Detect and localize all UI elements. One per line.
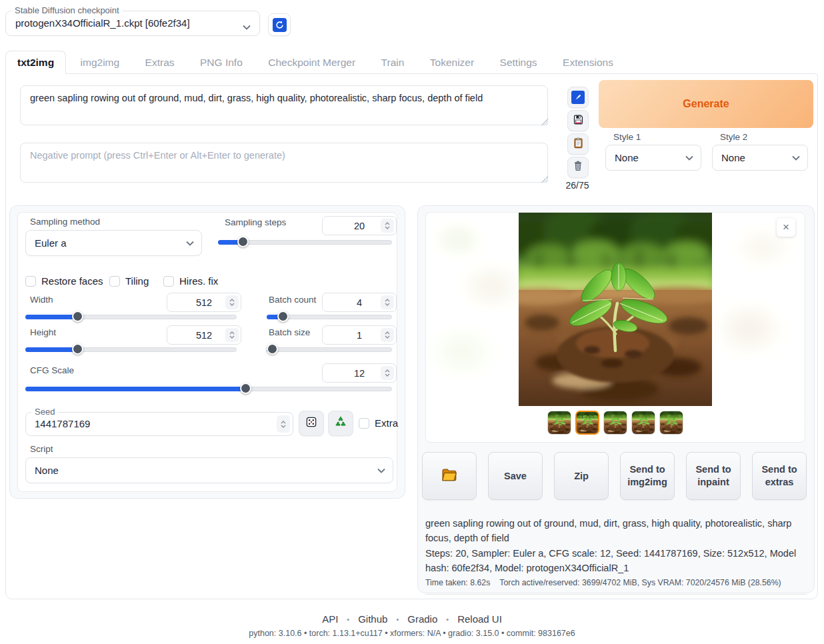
apply-style-button[interactable] — [567, 133, 589, 155]
sampling-steps-slider[interactable] — [218, 236, 392, 247]
sampling-steps-input[interactable]: 20 — [322, 216, 397, 235]
batch-size-label: Batch size — [269, 327, 310, 337]
random-seed-button[interactable] — [299, 411, 324, 436]
bullet-separator: • — [396, 615, 399, 623]
width-value: 512 — [196, 297, 212, 308]
cfg-scale-input[interactable]: 12 — [322, 363, 397, 383]
gallery-prev-image[interactable] — [426, 213, 518, 406]
sampling-method-label: Sampling method — [30, 217, 100, 227]
tiling-checkbox[interactable]: Tiling — [109, 275, 149, 287]
folder-icon — [441, 467, 458, 485]
checkbox-icon[interactable] — [25, 276, 36, 287]
zip-button[interactable]: Zip — [554, 452, 609, 500]
footer-link-reload-ui[interactable]: Reload UI — [457, 613, 502, 625]
batch-size-input[interactable]: 1 — [322, 325, 397, 345]
refresh-checkpoint-button[interactable] — [268, 13, 291, 36]
bullet-separator: • — [446, 615, 449, 623]
open-folder-button[interactable] — [422, 452, 477, 500]
cfg-scale-value: 12 — [354, 368, 365, 379]
save-button[interactable]: Save — [488, 452, 543, 500]
tab-checkpoint-merger[interactable]: Checkpoint Merger — [257, 51, 367, 74]
gallery-thumbnail-2-selected[interactable] — [575, 411, 599, 435]
resize-handle-icon[interactable] — [541, 176, 548, 183]
height-value: 512 — [196, 330, 212, 341]
close-icon: × — [783, 221, 789, 234]
style1-value: None — [606, 152, 685, 163]
gallery-thumbnail-5[interactable] — [659, 411, 683, 435]
footer-link-api[interactable]: API — [322, 613, 338, 625]
info-vram-usage: Torch active/reserved: 3699/4702 MiB, Sy… — [499, 578, 781, 587]
batch-size-slider[interactable] — [267, 343, 392, 354]
spinner-arrows-icon[interactable] — [381, 295, 394, 309]
generated-image[interactable] — [519, 213, 712, 406]
floppy-disk-icon — [572, 113, 585, 129]
footer-versions: python: 3.10.6 • torch: 1.13.1+cu117 • x… — [0, 629, 824, 638]
tab-settings[interactable]: Settings — [489, 51, 549, 74]
gallery-thumbnail-3[interactable] — [603, 411, 627, 435]
style2-dropdown[interactable]: None — [712, 145, 808, 171]
batch-count-input[interactable]: 4 — [322, 293, 397, 312]
prompt-input[interactable]: green sapling rowing out of ground, mud,… — [20, 85, 548, 125]
seed-input[interactable]: Seed 1441787169 — [25, 412, 293, 436]
bullet-separator: • — [347, 615, 349, 623]
footer-link-gradio[interactable]: Gradio — [407, 613, 437, 625]
generate-button[interactable]: Generate — [599, 80, 813, 128]
close-gallery-button[interactable]: × — [777, 218, 795, 237]
spinner-arrows-icon[interactable] — [381, 219, 394, 233]
checkbox-icon[interactable] — [163, 276, 174, 287]
save-style-button[interactable] — [567, 110, 589, 131]
sampling-method-value: Euler a — [26, 237, 186, 249]
height-slider[interactable] — [25, 343, 237, 354]
tab-extensions[interactable]: Extensions — [551, 51, 625, 74]
width-input[interactable]: 512 — [167, 293, 241, 312]
interrogate-style-button[interactable] — [567, 87, 589, 108]
spinner-arrows-icon[interactable] — [225, 295, 239, 309]
send-to-extras-button[interactable]: Send to extras — [752, 452, 807, 500]
checkpoint-dropdown[interactable]: Stable Diffusion checkpoint protogenX34O… — [5, 11, 260, 36]
clipboard-icon — [572, 137, 585, 152]
tab-img2img[interactable]: img2img — [69, 51, 131, 74]
resize-handle-icon[interactable] — [541, 119, 548, 125]
gallery-next-image[interactable] — [713, 213, 805, 406]
refresh-icon — [273, 18, 287, 32]
negative-prompt-input[interactable] — [20, 143, 548, 183]
reuse-seed-button[interactable] — [328, 411, 353, 436]
footer-link-github[interactable]: Github — [358, 613, 387, 625]
height-input[interactable]: 512 — [167, 325, 241, 345]
tab-png-info[interactable]: PNG Info — [189, 51, 254, 74]
spinner-arrows-icon[interactable] — [225, 328, 239, 342]
script-dropdown[interactable]: None — [25, 457, 393, 483]
send-to-inpaint-button[interactable]: Send to inpaint — [686, 452, 741, 500]
spinner-arrows-icon[interactable] — [277, 415, 290, 433]
cfg-scale-slider[interactable] — [25, 383, 392, 393]
cfg-scale-label: CFG Scale — [30, 365, 74, 375]
tab-train[interactable]: Train — [370, 51, 416, 74]
width-slider[interactable] — [25, 311, 237, 321]
gallery-thumbnail-4[interactable] — [631, 411, 655, 435]
clear-prompt-button[interactable] — [567, 157, 589, 178]
tab-tokenizer[interactable]: Tokenizer — [419, 51, 485, 74]
restore-faces-checkbox[interactable]: Restore faces — [25, 275, 103, 287]
footer-links: API • Github • Gradio • Reload UI — [0, 613, 824, 625]
checkbox-icon[interactable] — [109, 276, 120, 287]
send-to-img2img-button[interactable]: Send to img2img — [620, 452, 675, 500]
chevron-down-icon — [377, 468, 385, 473]
hires-fix-checkbox[interactable]: Hires. fix — [163, 275, 218, 287]
style1-dropdown[interactable]: None — [605, 145, 701, 171]
checkbox-icon[interactable] — [359, 418, 369, 429]
tab-txt2img[interactable]: txt2img — [5, 51, 66, 74]
batch-size-value: 1 — [357, 330, 362, 341]
spinner-arrows-icon[interactable] — [381, 366, 394, 380]
sampling-steps-value: 20 — [354, 221, 365, 231]
batch-count-slider[interactable] — [267, 311, 392, 321]
style2-label: Style 2 — [720, 132, 747, 142]
seed-label: Seed — [31, 407, 58, 417]
recycle-icon — [333, 415, 348, 432]
tab-extras[interactable]: Extras — [134, 51, 186, 74]
sampling-method-dropdown[interactable]: Euler a — [25, 230, 202, 256]
spinner-arrows-icon[interactable] — [381, 328, 394, 342]
extra-seed-checkbox[interactable]: Extra — [359, 417, 398, 429]
gallery-thumbnail-1[interactable] — [547, 411, 571, 435]
style1-label: Style 1 — [613, 132, 641, 142]
chevron-down-icon — [243, 21, 251, 33]
